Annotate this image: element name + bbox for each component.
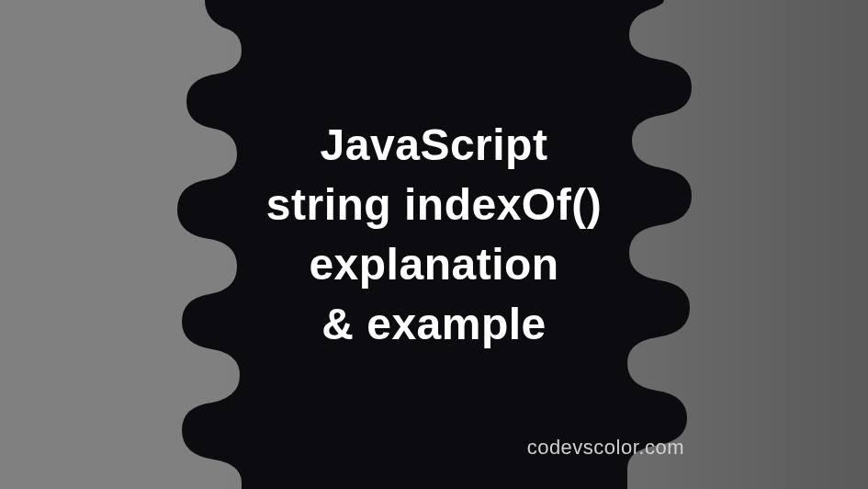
title-line-4: & example	[0, 295, 868, 355]
content-area: JavaScript string indexOf() explanation …	[0, 134, 868, 354]
banner-container: JavaScript string indexOf() explanation …	[0, 0, 868, 489]
title-line-3: explanation	[0, 235, 868, 295]
title-line-1: JavaScript	[0, 116, 868, 176]
title-line-2: string indexOf()	[0, 176, 868, 235]
watermark-text: codevscolor.com	[527, 436, 684, 460]
banner-title: JavaScript string indexOf() explanation …	[0, 116, 868, 354]
